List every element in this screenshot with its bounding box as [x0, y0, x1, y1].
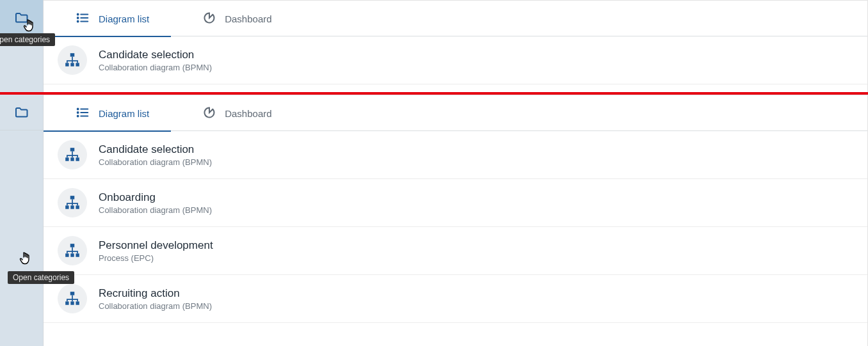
tab-label: Dashboard [225, 13, 271, 24]
svg-point-14 [77, 115, 79, 116]
svg-rect-31 [76, 301, 79, 304]
tab-label: Dashboard [225, 108, 271, 119]
item-title: Personnel development [99, 239, 213, 252]
open-categories-tooltip: Open categories [8, 271, 74, 284]
svg-rect-30 [70, 301, 74, 304]
open-categories-tooltip: Open categories [0, 33, 55, 46]
tab-label: Diagram list [99, 13, 149, 24]
folder-icon [13, 104, 31, 122]
tab-dashboard[interactable]: Dashboard [171, 95, 293, 131]
tab-bar: Diagram list Dashboard [44, 1, 867, 36]
item-subtitle: Collaboration diagram (BPMN) [99, 63, 212, 72]
list-item[interactable]: Candidate selectionCollaboration diagram… [44, 36, 867, 84]
folder-icon [13, 9, 31, 27]
svg-rect-25 [65, 253, 68, 256]
item-title: Candidate selection [99, 143, 212, 156]
diagram-list: Candidate selectionCollaboration diagram… [44, 36, 867, 84]
item-title: Onboarding [99, 191, 212, 204]
tab-diagram-list[interactable]: Diagram list [44, 95, 171, 131]
svg-point-4 [77, 20, 79, 22]
hierarchy-icon [58, 188, 87, 217]
hierarchy-icon [58, 140, 87, 169]
list-icon [76, 11, 90, 27]
hierarchy-icon [58, 284, 87, 313]
svg-point-10 [77, 108, 79, 109]
diagram-list: Candidate selectionCollaboration diagram… [44, 131, 867, 323]
svg-rect-27 [76, 253, 79, 256]
svg-rect-21 [65, 205, 68, 208]
svg-rect-24 [70, 244, 75, 247]
item-subtitle: Collaboration diagram (BPMN) [99, 157, 212, 167]
svg-point-12 [77, 112, 79, 113]
svg-rect-19 [76, 157, 79, 161]
tab-dashboard[interactable]: Dashboard [171, 1, 293, 36]
item-title: Candidate selection [99, 49, 212, 61]
svg-point-0 [77, 13, 79, 15]
item-subtitle: Collaboration diagram (BPMN) [99, 205, 212, 215]
dashboard-icon [203, 12, 216, 26]
svg-rect-8 [70, 63, 74, 66]
svg-rect-7 [65, 63, 68, 66]
svg-rect-9 [76, 63, 79, 66]
open-categories-button[interactable] [0, 95, 43, 130]
cursor-icon [19, 251, 33, 270]
item-subtitle: Process (EPC) [99, 253, 213, 263]
item-title: Recruiting action [99, 287, 212, 300]
svg-rect-16 [70, 148, 75, 151]
hierarchy-icon [58, 236, 87, 265]
main-content: Diagram list Dashboard Candidate selecti… [44, 0, 868, 92]
tab-bar: Diagram list Dashboard [44, 95, 867, 131]
list-item[interactable]: OnboardingCollaboration diagram (BPMN) [44, 179, 867, 227]
tab-diagram-list[interactable]: Diagram list [44, 1, 171, 36]
svg-rect-20 [70, 196, 75, 199]
svg-rect-26 [70, 253, 74, 256]
item-subtitle: Collaboration diagram (BPMN) [99, 301, 212, 311]
sidebar-rail: Open categories [0, 95, 44, 346]
svg-rect-28 [70, 292, 75, 295]
list-icon [76, 106, 90, 122]
tab-label: Diagram list [99, 108, 149, 119]
svg-rect-6 [70, 53, 75, 56]
svg-rect-22 [70, 205, 74, 208]
list-item[interactable]: Personnel developmentProcess (EPC) [44, 227, 867, 275]
sidebar-rail: Open categories [0, 0, 44, 92]
svg-rect-18 [70, 157, 74, 161]
main-content: Diagram list Dashboard Candidate selecti… [44, 95, 868, 346]
svg-rect-17 [65, 157, 68, 161]
dashboard-icon [203, 106, 216, 121]
list-item[interactable]: Recruiting actionCollaboration diagram (… [44, 275, 867, 323]
svg-point-2 [77, 17, 79, 19]
list-item[interactable]: Candidate selectionCollaboration diagram… [44, 131, 867, 179]
svg-rect-23 [76, 205, 79, 208]
svg-rect-29 [65, 301, 68, 304]
open-categories-button[interactable]: Open categories [0, 0, 43, 36]
hierarchy-icon [58, 45, 87, 75]
